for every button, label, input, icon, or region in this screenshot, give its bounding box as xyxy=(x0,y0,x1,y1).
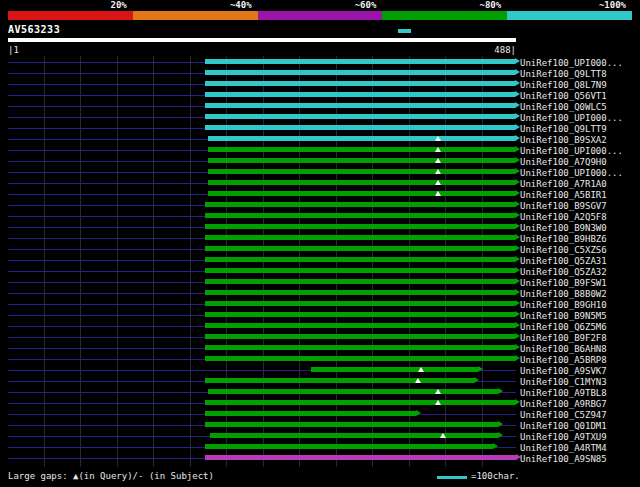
hit-bar[interactable] xyxy=(205,114,515,119)
hit-bar[interactable] xyxy=(205,224,515,229)
hit-bar[interactable] xyxy=(205,323,515,328)
hit-label[interactable]: UniRef100_Q5ZA31 xyxy=(520,256,607,266)
hit-bar[interactable] xyxy=(205,213,515,218)
hit-bar-arrowhead xyxy=(478,366,483,372)
hit-bar[interactable] xyxy=(208,180,515,185)
hit-bar[interactable] xyxy=(205,378,474,383)
hit-label[interactable]: UniRef100_UPI000... xyxy=(520,113,623,123)
hit-label[interactable]: UniRef100_A9TXU9 xyxy=(520,432,607,442)
hit-label[interactable]: UniRef100_A9RBG7 xyxy=(520,399,607,409)
hit-bar[interactable] xyxy=(205,59,515,64)
hit-bar[interactable] xyxy=(205,334,515,339)
hit-label[interactable]: UniRef100_Q6Z5M6 xyxy=(520,322,607,332)
hit-row: UniRef100_A4RTM4 xyxy=(0,442,640,453)
hit-row: UniRef100_B8B0W2 xyxy=(0,288,640,299)
hit-label[interactable]: UniRef100_Q9LTT9 xyxy=(520,124,607,134)
hit-label[interactable]: UniRef100_B9GH10 xyxy=(520,300,607,310)
hit-label[interactable]: UniRef100_Q01DM1 xyxy=(520,421,607,431)
hit-bar[interactable] xyxy=(205,411,416,416)
hit-bar[interactable] xyxy=(205,444,493,449)
hit-bar-arrowhead xyxy=(498,432,503,438)
hit-bar[interactable] xyxy=(205,290,515,295)
hit-label[interactable]: UniRef100_UPI000... xyxy=(520,58,623,68)
hit-label[interactable]: UniRef100_UPI000... xyxy=(520,168,623,178)
hit-label[interactable]: UniRef100_A2Q5F8 xyxy=(520,212,607,222)
hit-bar[interactable] xyxy=(205,92,515,97)
hit-label[interactable]: UniRef100_B9SGV7 xyxy=(520,201,607,211)
hit-label[interactable]: UniRef100_A9SN85 xyxy=(520,454,607,464)
hit-bar[interactable] xyxy=(205,356,515,361)
hit-label[interactable]: UniRef100_Q9LTT8 xyxy=(520,69,607,79)
hit-bar[interactable] xyxy=(205,268,515,273)
hit-label[interactable]: UniRef100_A5BRP8 xyxy=(520,355,607,365)
header-cyan-tick xyxy=(398,29,411,33)
hit-label[interactable]: UniRef100_Q56VT1 xyxy=(520,91,607,101)
hit-bar[interactable] xyxy=(205,400,515,405)
hit-label[interactable]: UniRef100_Q8L7N9 xyxy=(520,80,607,90)
hit-bar[interactable] xyxy=(205,246,515,251)
scale-label: =100char. xyxy=(471,471,520,481)
hit-label[interactable]: UniRef100_B9SXA2 xyxy=(520,135,607,145)
hit-bar[interactable] xyxy=(205,81,515,86)
hit-bar[interactable] xyxy=(205,422,498,427)
hit-bar[interactable] xyxy=(205,103,515,108)
hit-bar[interactable] xyxy=(208,147,515,152)
hit-label[interactable]: UniRef100_Q5ZA32 xyxy=(520,267,607,277)
hit-bar[interactable] xyxy=(210,433,498,438)
query-gap-marker xyxy=(440,433,446,438)
ruler-end-label: 488| xyxy=(494,45,516,55)
hit-bar[interactable] xyxy=(311,367,479,372)
hit-label[interactable]: UniRef100_B9HBZ6 xyxy=(520,234,607,244)
hit-label[interactable]: UniRef100_B9FSW1 xyxy=(520,278,607,288)
query-gap-marker xyxy=(435,191,441,196)
hit-row: UniRef100_A9TXU9 xyxy=(0,431,640,442)
hit-label[interactable]: UniRef100_C1MYN3 xyxy=(520,377,607,387)
hit-bar[interactable] xyxy=(205,235,515,240)
legend-segment xyxy=(8,11,133,20)
hit-label[interactable]: UniRef100_B8B0W2 xyxy=(520,289,607,299)
hit-label[interactable]: UniRef100_A9SVK7 xyxy=(520,366,607,376)
hit-row: UniRef100_A5BIR1 xyxy=(0,189,640,200)
hit-label[interactable]: UniRef100_B9N3W0 xyxy=(520,223,607,233)
hit-row: UniRef100_A5BRP8 xyxy=(0,354,640,365)
hit-label[interactable]: UniRef100_Q0WLC5 xyxy=(520,102,607,112)
hit-bar[interactable] xyxy=(208,169,515,174)
hit-bar[interactable] xyxy=(205,312,515,317)
hit-label[interactable]: UniRef100_A4RTM4 xyxy=(520,443,607,453)
blast-overview-screen: 20%~40%~60%~80%~100% AV563233 |1 488| Un… xyxy=(0,0,640,487)
hit-bar[interactable] xyxy=(208,389,498,394)
hit-label[interactable]: UniRef100_A7Q9H0 xyxy=(520,157,607,167)
query-gap-marker xyxy=(435,400,441,405)
hit-row: UniRef100_A9TBL8 xyxy=(0,387,640,398)
hit-bar[interactable] xyxy=(205,202,515,207)
hit-row: UniRef100_Q01DM1 xyxy=(0,420,640,431)
hit-bar[interactable] xyxy=(208,158,515,163)
query-gap-marker xyxy=(435,147,441,152)
hit-bar[interactable] xyxy=(205,345,515,350)
query-gap-marker xyxy=(435,169,441,174)
hit-label[interactable]: UniRef100_A9TBL8 xyxy=(520,388,607,398)
hit-label[interactable]: UniRef100_A7R1A0 xyxy=(520,179,607,189)
legend-segment xyxy=(507,11,632,20)
hit-bar[interactable] xyxy=(205,125,515,130)
hit-bar[interactable] xyxy=(208,136,515,141)
hit-label[interactable]: UniRef100_B6AHN8 xyxy=(520,344,607,354)
hit-label[interactable]: UniRef100_A5BIR1 xyxy=(520,190,607,200)
hit-bar[interactable] xyxy=(205,279,515,284)
gaps-legend-text: Large gaps: ▲(in Query)/- (in Subject) xyxy=(8,471,214,481)
hit-row: UniRef100_Q8L7N9 xyxy=(0,79,640,90)
hit-bar[interactable] xyxy=(205,257,515,262)
hit-row: UniRef100_Q5ZA31 xyxy=(0,255,640,266)
hit-label[interactable]: UniRef100_C5XZS6 xyxy=(520,245,607,255)
hit-bar[interactable] xyxy=(205,455,516,460)
hit-label[interactable]: UniRef100_UPI000... xyxy=(520,146,623,156)
hit-bar[interactable] xyxy=(205,70,515,75)
legend-segment xyxy=(258,11,383,20)
hit-bar[interactable] xyxy=(205,301,515,306)
query-accession: AV563233 xyxy=(8,24,60,35)
hit-row: UniRef100_Q9LTT8 xyxy=(0,68,640,79)
hit-label[interactable]: UniRef100_B9F2F8 xyxy=(520,333,607,343)
hit-label[interactable]: UniRef100_C5Z947 xyxy=(520,410,607,420)
hit-label[interactable]: UniRef100_B9N5M5 xyxy=(520,311,607,321)
hit-bar[interactable] xyxy=(208,191,515,196)
